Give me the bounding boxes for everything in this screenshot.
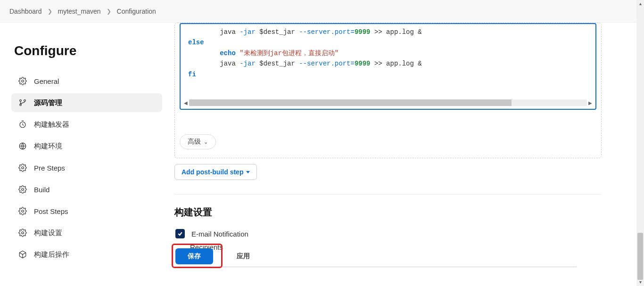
sidebar-item-3[interactable]: 构建环境 xyxy=(11,137,162,155)
scroll-down-arrow-icon: ▾ xyxy=(636,278,644,286)
gear-icon xyxy=(18,163,27,172)
sidebar-item-8[interactable]: 构建后操作 xyxy=(11,245,162,264)
advanced-button[interactable]: 高级 ⌄ xyxy=(180,134,216,149)
sidebar-item-label: 构建设置 xyxy=(34,229,62,237)
sidebar-item-label: 构建后操作 xyxy=(34,250,69,259)
page-title: Configure xyxy=(14,43,162,58)
caret-down-icon xyxy=(246,171,250,173)
breadcrumb-configuration[interactable]: Configuration xyxy=(117,8,156,15)
sidebar-item-label: Pre Steps xyxy=(34,164,65,172)
scroll-up-arrow-icon: ▴ xyxy=(636,0,644,8)
check-icon xyxy=(177,231,183,237)
sidebar: Configure General源码管理构建触发器构建环境Pre StepsB… xyxy=(0,23,170,267)
sidebar-item-label: 源码管理 xyxy=(34,98,62,107)
globe-icon xyxy=(18,141,27,151)
chevron-right-icon: ❯ xyxy=(48,8,52,15)
gear-icon xyxy=(18,76,27,86)
svg-point-0 xyxy=(22,80,24,82)
sidebar-item-label: 构建触发器 xyxy=(34,120,69,129)
build-step-container: java -jar $dest_jar --server.port=9999 >… xyxy=(174,23,602,158)
svg-point-8 xyxy=(22,210,24,212)
apply-button[interactable]: 应用 xyxy=(224,248,262,264)
main-content: java -jar $dest_jar --server.port=9999 >… xyxy=(170,23,644,267)
breadcrumb: Dashboard ❯ mytest_maven ❯ Configuration xyxy=(0,0,644,23)
chevron-down-icon: ⌄ xyxy=(204,139,208,145)
divider xyxy=(174,194,602,195)
clock-icon xyxy=(18,120,27,129)
sidebar-item-7[interactable]: 构建设置 xyxy=(11,223,162,242)
sidebar-item-label: Build xyxy=(34,186,50,194)
svg-point-6 xyxy=(22,167,24,169)
action-buttons: 保存 应用 xyxy=(175,248,262,264)
svg-point-1 xyxy=(20,100,22,102)
sidebar-item-label: 构建环境 xyxy=(34,142,62,151)
advanced-label: 高级 xyxy=(188,138,201,146)
email-notification-label: E-mail Notification xyxy=(191,230,248,238)
build-settings-heading: 构建设置 xyxy=(174,206,602,219)
breadcrumb-project[interactable]: mytest_maven xyxy=(58,8,101,15)
sidebar-item-0[interactable]: General xyxy=(11,72,162,90)
sidebar-item-5[interactable]: Build xyxy=(11,180,162,199)
sidebar-item-label: General xyxy=(34,77,59,85)
cube-icon xyxy=(18,250,27,259)
shell-command-textarea[interactable]: java -jar $dest_jar --server.port=9999 >… xyxy=(180,23,596,110)
svg-point-3 xyxy=(24,100,26,102)
svg-point-7 xyxy=(22,188,24,191)
gear-icon xyxy=(18,185,27,194)
sidebar-item-1[interactable]: 源码管理 xyxy=(11,93,162,112)
chevron-right-icon: ❯ xyxy=(107,8,111,15)
gear-icon xyxy=(18,206,27,216)
sidebar-item-6[interactable]: Post Steps xyxy=(11,202,162,221)
add-post-build-step-label: Add post-build step xyxy=(182,168,243,176)
sidebar-item-2[interactable]: 构建触发器 xyxy=(11,115,162,134)
gear-icon xyxy=(18,228,27,237)
breadcrumb-dashboard[interactable]: Dashboard xyxy=(9,8,42,15)
sidebar-item-label: Post Steps xyxy=(34,207,68,215)
page-vertical-scrollbar[interactable]: ▴ ▾ xyxy=(636,0,644,286)
branch-icon xyxy=(18,98,27,107)
add-post-build-step-dropdown[interactable]: Add post-build step xyxy=(174,164,257,180)
sidebar-item-4[interactable]: Pre Steps xyxy=(11,158,162,177)
email-notification-checkbox[interactable] xyxy=(175,229,185,238)
save-button[interactable]: 保存 xyxy=(175,248,213,264)
code-horizontal-scrollbar[interactable]: ◀ ▶ xyxy=(182,98,594,107)
svg-point-9 xyxy=(22,232,24,234)
